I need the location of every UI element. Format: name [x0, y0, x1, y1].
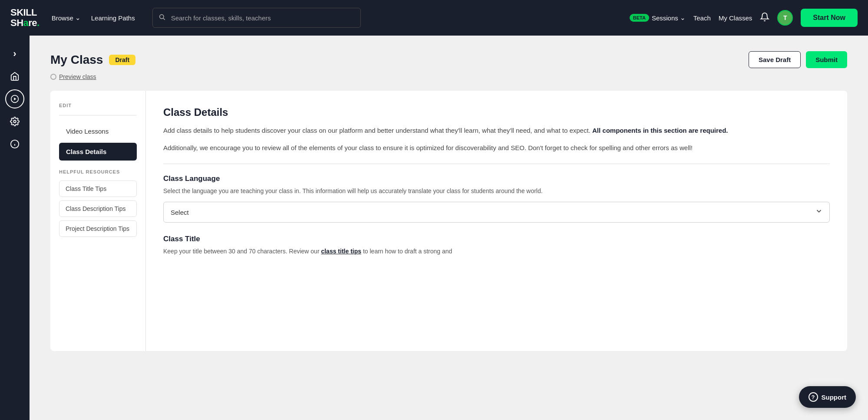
page-header: My Class Draft Save Draft Submit: [50, 51, 847, 68]
search-bar: [152, 8, 361, 28]
preview-class-link[interactable]: Preview class: [50, 73, 847, 80]
start-now-button[interactable]: Start Now: [801, 9, 858, 27]
language-desc: Select the language you are teaching you…: [163, 187, 830, 196]
sidebar-play-button[interactable]: [5, 89, 24, 108]
chevron-down-icon: ⌄: [75, 14, 81, 22]
teach-link[interactable]: Teach: [693, 14, 711, 22]
class-title-tips-link[interactable]: Class Title Tips: [59, 180, 137, 197]
class-details-nav-item[interactable]: Class Details: [59, 143, 137, 161]
language-select[interactable]: Select English Spanish French German Jap…: [163, 202, 830, 223]
sidebar-info-button[interactable]: [5, 135, 24, 154]
content-panel: EDIT Video Lessons Class Details HELPFUL…: [50, 91, 847, 351]
left-content-nav: EDIT Video Lessons Class Details HELPFUL…: [50, 91, 146, 351]
logo-line1: SKILL: [10, 7, 40, 18]
sidebar-expand-button[interactable]: ›: [5, 44, 24, 63]
class-title-field: Class Title Keep your title between 30 a…: [163, 235, 830, 256]
main-area: My Class Draft Save Draft Submit Preview…: [30, 36, 868, 420]
learning-paths-link[interactable]: Learning Paths: [91, 14, 135, 22]
class-details-title: Class Details: [163, 106, 830, 118]
browse-link[interactable]: Browse ⌄: [52, 14, 81, 22]
page-body: › My Class: [0, 36, 868, 420]
myclasses-link[interactable]: My Classes: [719, 14, 752, 22]
class-details-content: Class Details Add class details to help …: [146, 91, 847, 351]
sidebar-home-button[interactable]: [5, 67, 24, 86]
header-actions: Save Draft Submit: [749, 51, 847, 68]
video-lessons-nav-item[interactable]: Video Lessons: [59, 122, 137, 140]
svg-point-0: [159, 15, 163, 19]
preview-circle-icon: [50, 74, 56, 80]
language-label: Class Language: [163, 174, 830, 183]
content-divider: [163, 164, 830, 164]
page-title-row: My Class Draft: [50, 53, 135, 67]
sessions-link[interactable]: Sessions ⌄: [652, 14, 686, 22]
sessions-group: BETA Sessions ⌄: [630, 14, 686, 22]
project-description-tips-link[interactable]: Project Description Tips: [59, 220, 137, 237]
class-title-label: Class Title: [163, 235, 830, 243]
beta-badge: BETA: [630, 14, 649, 22]
search-input[interactable]: [152, 8, 361, 28]
nav-divider-1: [59, 115, 137, 115]
sidebar-settings-button[interactable]: [5, 112, 24, 131]
class-details-desc-1: Add class details to help students disco…: [163, 125, 830, 136]
bell-icon[interactable]: [760, 12, 769, 24]
search-icon: [158, 13, 165, 22]
language-select-wrapper: Select English Spanish French German Jap…: [163, 202, 830, 223]
class-description-tips-link[interactable]: Class Description Tips: [59, 200, 137, 217]
avatar[interactable]: T: [777, 10, 793, 26]
svg-line-1: [163, 18, 165, 20]
nav-right: BETA Sessions ⌄ Teach My Classes T Start…: [630, 9, 858, 27]
draft-badge: Draft: [109, 55, 135, 65]
logo[interactable]: SKILL SHare.: [10, 7, 40, 28]
logo-line2: SHare.: [10, 18, 40, 28]
svg-point-4: [13, 120, 16, 123]
nav-links: Browse ⌄ Learning Paths: [52, 14, 135, 22]
icon-sidebar: ›: [0, 36, 30, 420]
submit-button[interactable]: Submit: [806, 51, 847, 68]
class-title-desc: Keep your title between 30 and 70 charac…: [163, 247, 830, 256]
helpful-resources-label: HELPFUL RESOURCES: [59, 169, 137, 174]
sessions-chevron-icon: ⌄: [680, 14, 686, 22]
chevron-right-icon: ›: [13, 48, 16, 59]
class-title-tips-inline-link[interactable]: class title tips: [321, 248, 361, 255]
class-language-field: Class Language Select the language you a…: [163, 174, 830, 223]
save-draft-button[interactable]: Save Draft: [749, 51, 801, 68]
navbar: SKILL SHare. Browse ⌄ Learning Paths BET…: [0, 0, 868, 36]
page-title: My Class: [50, 53, 103, 67]
support-button[interactable]: ? Support: [799, 386, 856, 408]
class-details-desc-2: Additionally, we encourage you to review…: [163, 143, 830, 153]
edit-section-label: EDIT: [59, 103, 137, 108]
support-icon: ?: [809, 392, 818, 402]
